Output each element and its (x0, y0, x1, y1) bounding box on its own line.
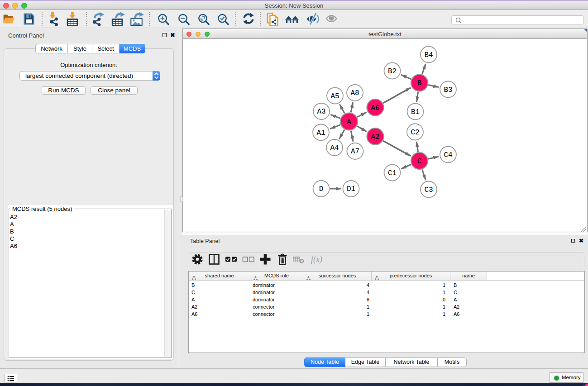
svg-text:C3: C3 (424, 186, 433, 194)
svg-text:A8: A8 (350, 89, 359, 97)
svg-text:B: B (417, 79, 422, 87)
svg-text:A4: A4 (330, 144, 339, 152)
svg-text:C1: C1 (388, 169, 397, 177)
svg-text:A: A (347, 118, 351, 126)
svg-text:C2: C2 (411, 129, 419, 137)
svg-text:A1: A1 (316, 129, 325, 137)
svg-text:A7: A7 (351, 148, 359, 156)
svg-text:A5: A5 (330, 92, 339, 100)
svg-text:D: D (319, 185, 324, 193)
svg-text:B1: B1 (411, 108, 420, 116)
svg-text:D1: D1 (347, 185, 355, 193)
svg-text:B4: B4 (424, 51, 433, 59)
svg-text:A3: A3 (317, 108, 325, 116)
svg-text:C: C (417, 157, 422, 166)
svg-text:A6: A6 (371, 104, 379, 112)
svg-text:B3: B3 (444, 86, 452, 94)
svg-text:C4: C4 (444, 151, 452, 159)
svg-text:A2: A2 (371, 133, 379, 141)
svg-text:B2: B2 (388, 67, 397, 76)
